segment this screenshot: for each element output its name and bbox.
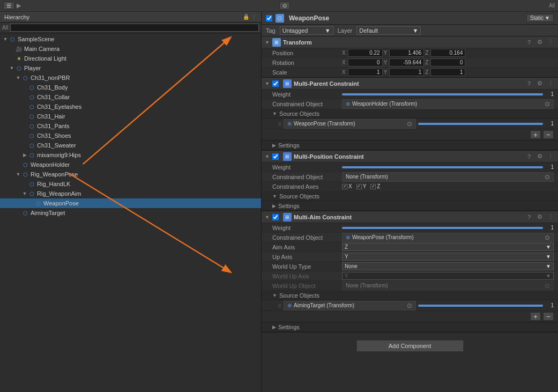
transform-help-icon[interactable]: ? [525, 39, 533, 46]
multi-aim-settings-icon[interactable]: ⚙ [535, 213, 544, 220]
mpos-y-checkbox[interactable]: ✓ [356, 184, 362, 189]
pos-x-input[interactable] [348, 49, 383, 57]
tree-item-main-camera[interactable]: 🎥 Main Camera [0, 44, 261, 54]
rot-y-input[interactable] [389, 58, 424, 66]
mp-source-drag-handle[interactable]: ≡ [278, 120, 281, 128]
mp-weight-track[interactable] [342, 93, 543, 95]
mpos-weight-track[interactable] [342, 166, 543, 168]
multi-position-active-checkbox[interactable] [272, 153, 279, 160]
maim-source-slider-track[interactable] [418, 305, 543, 307]
tree-item-rig-weaponpose[interactable]: ▼ ⬡ Rig_WeaponPose [0, 169, 261, 179]
rot-z-input[interactable] [430, 58, 465, 66]
multi-position-help-icon[interactable]: ? [525, 153, 533, 160]
hierarchy-menu-icon[interactable]: ⋮ [251, 14, 257, 20]
multi-aim-header[interactable]: ▼ ⊞ Multi-Aim Constraint ? ⚙ ⋮ [262, 211, 558, 223]
tree-item-ch31-collar[interactable]: ⬡ Ch31_Collar [0, 92, 261, 102]
multi-parent-settings-icon[interactable]: ⚙ [535, 80, 544, 87]
multi-parent-weight-row: Weight 1 [262, 90, 558, 99]
mp-source-slider-track[interactable] [418, 123, 543, 125]
multi-parent-header[interactable]: ▼ ⊞ Multi-Parent Constraint ? ⚙ ⋮ [262, 78, 558, 90]
tree-item-mixamorig-hips[interactable]: ▶ ⬡ mixamorig9:Hips [0, 150, 261, 160]
multi-parent-help-icon[interactable]: ? [525, 80, 533, 87]
multi-position-header[interactable]: ▼ ⊞ Multi-Position Constraint ? ⚙ ⋮ [262, 151, 558, 162]
object-active-checkbox[interactable] [266, 15, 272, 21]
tree-item-samplescene[interactable]: ▼ ⬡ SampleScene [0, 34, 261, 44]
tree-item-ch31-eyelashes[interactable]: ⬡ Ch31_Eyelashes [0, 102, 261, 112]
mp-remove-button[interactable]: − [543, 130, 554, 139]
maim-source-drag-handle[interactable]: ≡ [278, 302, 281, 309]
scale-y-input[interactable] [389, 68, 424, 76]
tree-item-directional-light[interactable]: ☀ Directional Light [0, 54, 261, 63]
tree-item-aimingtarget[interactable]: ⬡ AimingTarget [0, 208, 261, 218]
dirlight-icon: ☀ [15, 55, 23, 62]
hierarchy-lock-icon[interactable]: 🔒 [243, 14, 249, 20]
aim-axis-dropdown[interactable]: Z ▼ [342, 243, 554, 251]
mpos-source-row[interactable]: ▼ Source Objects [262, 191, 558, 201]
transform-menu-icon[interactable]: ⋮ [546, 39, 555, 46]
rot-x-label: X [342, 60, 346, 65]
position-row: Position X Y Z [262, 48, 558, 58]
multi-aim-menu-icon[interactable]: ⋮ [546, 213, 555, 220]
maim-remove-button[interactable]: − [543, 312, 554, 321]
mpos-x-checkbox[interactable]: ✓ [342, 184, 347, 189]
multi-parent-active-checkbox[interactable] [272, 80, 279, 87]
tree-item-ch31-body[interactable]: ⬡ Ch31_Body [0, 83, 261, 92]
tree-item-ch31-pants[interactable]: ⬡ Ch31_Pants [0, 121, 261, 131]
maim-add-button[interactable]: + [530, 312, 541, 321]
add-component-button[interactable]: Add Component [356, 340, 464, 352]
tree-item-rig-weaponaim[interactable]: ▼ ⬡ Rig_WeaponAim [0, 189, 261, 198]
scale-x-input[interactable] [348, 68, 383, 76]
rot-x-input[interactable] [348, 58, 383, 66]
world-up-type-dropdown[interactable]: None ▼ [342, 262, 554, 270]
ch31eyes-icon: ⬡ [28, 103, 35, 110]
tree-item-ch31-nonpbr[interactable]: ▼ ⬡ Ch31_nonPBR [0, 73, 261, 83]
mp-source-objects-row[interactable]: ▼ Source Objects [262, 109, 558, 119]
scale-z-input[interactable] [430, 68, 465, 76]
tag-dropdown[interactable]: Untagged ▼ [280, 26, 333, 35]
multi-position-settings-icon[interactable]: ⚙ [535, 153, 544, 160]
player-icon: ⬡ [15, 64, 23, 72]
maim-source-select-icon[interactable]: ⊙ [407, 302, 412, 309]
mp-constrained-select-icon[interactable]: ⊙ [545, 100, 550, 108]
mp-settings-row[interactable]: ▶ Settings [262, 140, 558, 150]
weaponpose-icon: ⬡ [34, 199, 42, 207]
tree-item-rig-handlk[interactable]: ⬡ Rig_HandLK [0, 179, 261, 189]
tree-item-ch31-shoes[interactable]: ⬡ Ch31_Shoes [0, 131, 261, 140]
tree-item-weaponpose[interactable]: ⬡ WeaponPose [0, 198, 261, 208]
multi-aim-help-icon[interactable]: ? [525, 214, 533, 220]
mp-source-select-icon[interactable]: ⊙ [407, 120, 412, 128]
tree-item-ch31-sweater[interactable]: ⬡ Ch31_Sweater [0, 140, 261, 150]
tree-item-ch31-hair[interactable]: ⬡ Ch31_Hair [0, 112, 261, 121]
search-input[interactable] [10, 24, 259, 32]
mp-add-button[interactable]: + [530, 130, 541, 139]
up-axis-dropdown[interactable]: Y ▼ [342, 253, 554, 261]
maim-settings-row[interactable]: ▶ Settings [262, 322, 558, 332]
world-up-object-select-icon[interactable]: ⊙ [545, 282, 550, 290]
multi-position-menu-icon[interactable]: ⋮ [546, 153, 555, 160]
mpos-constrained-select-icon[interactable]: ⊙ [545, 173, 550, 181]
maim-weight-track[interactable] [342, 227, 543, 229]
pos-y-input[interactable] [389, 49, 424, 57]
pos-z-input[interactable] [430, 49, 465, 57]
multi-aim-active-checkbox[interactable] [272, 214, 279, 220]
multi-parent-menu-icon[interactable]: ⋮ [546, 80, 555, 87]
world-up-axis-dropdown[interactable]: Y ▼ [342, 272, 554, 280]
menu-button[interactable]: ☰ [3, 2, 14, 10]
maim-source-row[interactable]: ▼ Source Objects [262, 291, 558, 300]
layer-dropdown[interactable]: Default ▼ [356, 26, 421, 35]
static-button[interactable]: Static ▼ [526, 14, 554, 22]
mp-settings-expand-icon: ▶ [272, 143, 276, 148]
ch31-arrow: ▼ [15, 75, 21, 80]
maim-constrained-select-icon[interactable]: ⊙ [545, 234, 550, 241]
mpos-z-checkbox[interactable]: ✓ [370, 184, 376, 189]
rigwpose-icon: ⬡ [21, 171, 29, 178]
toolbar-center-btn[interactable]: ⊙ [279, 2, 290, 10]
transform-settings-icon[interactable]: ⚙ [535, 39, 544, 46]
ch31hair-icon: ⬡ [28, 113, 35, 120]
maim-source-expand: ▼ [272, 293, 277, 298]
tree-item-player[interactable]: ▼ ⬡ Player [0, 63, 261, 73]
mpos-settings-row[interactable]: ▶ Settings [262, 201, 558, 211]
tree-item-weaponholder[interactable]: ⬡ WeaponHolder [0, 160, 261, 169]
rotation-values: X Y Z [342, 58, 554, 66]
transform-header[interactable]: ▼ ⊞ Transform ? ⚙ ⋮ [262, 36, 558, 48]
